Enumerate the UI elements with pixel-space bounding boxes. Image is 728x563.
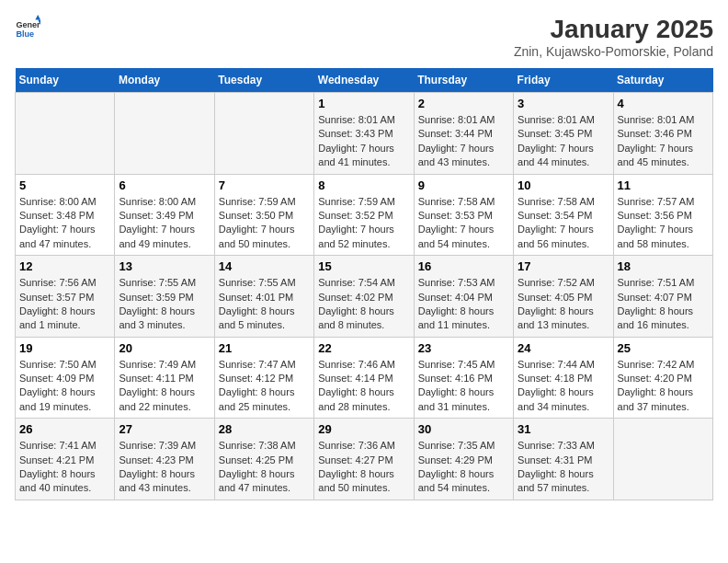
day-number: 7	[219, 178, 310, 192]
day-info: Sunrise: 8:01 AM Sunset: 3:43 PM Dayligh…	[318, 113, 409, 170]
calendar-cell: 6Sunrise: 8:00 AM Sunset: 3:49 PM Daylig…	[115, 174, 214, 256]
day-info: Sunrise: 7:33 AM Sunset: 4:31 PM Dayligh…	[518, 439, 609, 496]
svg-marker-2	[35, 15, 40, 20]
calendar-week-row: 19Sunrise: 7:50 AM Sunset: 4:09 PM Dayli…	[16, 337, 713, 419]
day-info: Sunrise: 7:56 AM Sunset: 3:57 PM Dayligh…	[19, 276, 110, 333]
day-info: Sunrise: 7:39 AM Sunset: 4:23 PM Dayligh…	[119, 439, 210, 496]
calendar-cell: 11Sunrise: 7:57 AM Sunset: 3:56 PM Dayli…	[613, 174, 712, 256]
calendar-header-row: SundayMondayTuesdayWednesdayThursdayFrid…	[16, 68, 713, 93]
day-info: Sunrise: 7:53 AM Sunset: 4:04 PM Dayligh…	[418, 276, 509, 333]
calendar-cell: 18Sunrise: 7:51 AM Sunset: 4:07 PM Dayli…	[613, 256, 712, 338]
calendar-cell: 1Sunrise: 8:01 AM Sunset: 3:43 PM Daylig…	[314, 93, 414, 175]
day-info: Sunrise: 7:35 AM Sunset: 4:29 PM Dayligh…	[418, 439, 509, 496]
day-header-tuesday: Tuesday	[214, 68, 313, 93]
calendar-cell: 13Sunrise: 7:55 AM Sunset: 3:59 PM Dayli…	[115, 256, 214, 338]
calendar-cell: 12Sunrise: 7:56 AM Sunset: 3:57 PM Dayli…	[16, 256, 115, 338]
calendar-cell: 7Sunrise: 7:59 AM Sunset: 3:50 PM Daylig…	[214, 174, 313, 256]
day-number: 12	[19, 259, 110, 273]
calendar-cell: 16Sunrise: 7:53 AM Sunset: 4:04 PM Dayli…	[414, 256, 513, 338]
calendar-cell	[115, 93, 214, 175]
day-info: Sunrise: 7:52 AM Sunset: 4:05 PM Dayligh…	[518, 276, 609, 333]
day-number: 16	[418, 259, 509, 273]
calendar-cell: 22Sunrise: 7:46 AM Sunset: 4:14 PM Dayli…	[314, 337, 414, 419]
calendar-cell: 25Sunrise: 7:42 AM Sunset: 4:20 PM Dayli…	[613, 337, 712, 419]
day-number: 24	[518, 341, 609, 355]
calendar-cell: 10Sunrise: 7:58 AM Sunset: 3:54 PM Dayli…	[514, 174, 613, 256]
day-info: Sunrise: 7:44 AM Sunset: 4:18 PM Dayligh…	[518, 358, 609, 415]
calendar-cell: 2Sunrise: 8:01 AM Sunset: 3:44 PM Daylig…	[414, 93, 513, 175]
calendar-cell: 30Sunrise: 7:35 AM Sunset: 4:29 PM Dayli…	[414, 419, 513, 500]
calendar-cell: 5Sunrise: 8:00 AM Sunset: 3:48 PM Daylig…	[16, 174, 115, 256]
day-number: 5	[19, 178, 110, 192]
calendar-week-row: 12Sunrise: 7:56 AM Sunset: 3:57 PM Dayli…	[16, 256, 713, 338]
day-info: Sunrise: 7:57 AM Sunset: 3:56 PM Dayligh…	[618, 195, 709, 252]
day-info: Sunrise: 8:01 AM Sunset: 3:46 PM Dayligh…	[618, 113, 709, 170]
day-number: 6	[119, 178, 210, 192]
title-area: January 2025 Znin, Kujawsko-Pomorskie, P…	[514, 15, 713, 59]
day-info: Sunrise: 7:36 AM Sunset: 4:27 PM Dayligh…	[318, 439, 409, 496]
calendar-cell: 15Sunrise: 7:54 AM Sunset: 4:02 PM Dayli…	[314, 256, 414, 338]
day-number: 23	[418, 341, 509, 355]
svg-text:Blue: Blue	[16, 29, 34, 39]
calendar-cell: 23Sunrise: 7:45 AM Sunset: 4:16 PM Dayli…	[414, 337, 513, 419]
day-number: 20	[119, 341, 210, 355]
day-header-wednesday: Wednesday	[314, 68, 414, 93]
day-info: Sunrise: 7:55 AM Sunset: 4:01 PM Dayligh…	[219, 276, 310, 333]
calendar-cell: 17Sunrise: 7:52 AM Sunset: 4:05 PM Dayli…	[514, 256, 613, 338]
day-number: 4	[618, 97, 709, 110]
day-info: Sunrise: 7:50 AM Sunset: 4:09 PM Dayligh…	[19, 358, 110, 415]
logo-icon: General Blue	[15, 15, 40, 40]
day-info: Sunrise: 7:59 AM Sunset: 3:50 PM Dayligh…	[219, 195, 310, 252]
day-number: 8	[318, 178, 409, 192]
day-header-monday: Monday	[115, 68, 214, 93]
day-info: Sunrise: 7:42 AM Sunset: 4:20 PM Dayligh…	[618, 358, 709, 415]
calendar-cell: 3Sunrise: 8:01 AM Sunset: 3:45 PM Daylig…	[514, 93, 613, 175]
day-number: 9	[418, 178, 509, 192]
calendar-cell: 31Sunrise: 7:33 AM Sunset: 4:31 PM Dayli…	[514, 419, 613, 500]
day-info: Sunrise: 8:00 AM Sunset: 3:48 PM Dayligh…	[19, 195, 110, 252]
day-info: Sunrise: 7:41 AM Sunset: 4:21 PM Dayligh…	[19, 439, 110, 496]
calendar-cell: 26Sunrise: 7:41 AM Sunset: 4:21 PM Dayli…	[16, 419, 115, 500]
calendar-cell: 14Sunrise: 7:55 AM Sunset: 4:01 PM Dayli…	[214, 256, 313, 338]
day-number: 26	[19, 422, 110, 436]
calendar-week-row: 1Sunrise: 8:01 AM Sunset: 3:43 PM Daylig…	[16, 93, 713, 175]
day-header-thursday: Thursday	[414, 68, 513, 93]
day-number: 17	[518, 259, 609, 273]
day-info: Sunrise: 7:47 AM Sunset: 4:12 PM Dayligh…	[219, 358, 310, 415]
page-header: General Blue January 2025 Znin, Kujawsko…	[15, 15, 713, 59]
day-info: Sunrise: 8:00 AM Sunset: 3:49 PM Dayligh…	[119, 195, 210, 252]
day-number: 29	[318, 422, 409, 436]
calendar-cell: 28Sunrise: 7:38 AM Sunset: 4:25 PM Dayli…	[214, 419, 313, 500]
day-info: Sunrise: 8:01 AM Sunset: 3:44 PM Dayligh…	[418, 113, 509, 170]
day-info: Sunrise: 7:59 AM Sunset: 3:52 PM Dayligh…	[318, 195, 409, 252]
day-info: Sunrise: 7:54 AM Sunset: 4:02 PM Dayligh…	[318, 276, 409, 333]
calendar-cell: 20Sunrise: 7:49 AM Sunset: 4:11 PM Dayli…	[115, 337, 214, 419]
calendar-cell	[613, 419, 712, 500]
day-info: Sunrise: 7:38 AM Sunset: 4:25 PM Dayligh…	[219, 439, 310, 496]
day-header-sunday: Sunday	[16, 68, 115, 93]
svg-text:General: General	[16, 20, 40, 29]
page-subtitle: Znin, Kujawsko-Pomorskie, Poland	[514, 44, 713, 59]
calendar-cell: 27Sunrise: 7:39 AM Sunset: 4:23 PM Dayli…	[115, 419, 214, 500]
day-header-saturday: Saturday	[613, 68, 712, 93]
day-number: 11	[618, 178, 709, 192]
calendar-cell	[16, 93, 115, 175]
day-number: 28	[219, 422, 310, 436]
day-number: 27	[119, 422, 210, 436]
calendar-week-row: 5Sunrise: 8:00 AM Sunset: 3:48 PM Daylig…	[16, 174, 713, 256]
day-number: 18	[618, 259, 709, 273]
day-number: 19	[19, 341, 110, 355]
day-info: Sunrise: 7:58 AM Sunset: 3:53 PM Dayligh…	[418, 195, 509, 252]
day-info: Sunrise: 8:01 AM Sunset: 3:45 PM Dayligh…	[518, 113, 609, 170]
day-number: 10	[518, 178, 609, 192]
day-number: 21	[219, 341, 310, 355]
calendar-cell: 24Sunrise: 7:44 AM Sunset: 4:18 PM Dayli…	[514, 337, 613, 419]
logo: General Blue	[15, 15, 40, 40]
day-info: Sunrise: 7:58 AM Sunset: 3:54 PM Dayligh…	[518, 195, 609, 252]
day-number: 1	[318, 97, 409, 110]
day-number: 3	[518, 97, 609, 110]
day-number: 15	[318, 259, 409, 273]
calendar-cell: 4Sunrise: 8:01 AM Sunset: 3:46 PM Daylig…	[613, 93, 712, 175]
day-info: Sunrise: 7:49 AM Sunset: 4:11 PM Dayligh…	[119, 358, 210, 415]
day-info: Sunrise: 7:45 AM Sunset: 4:16 PM Dayligh…	[418, 358, 509, 415]
